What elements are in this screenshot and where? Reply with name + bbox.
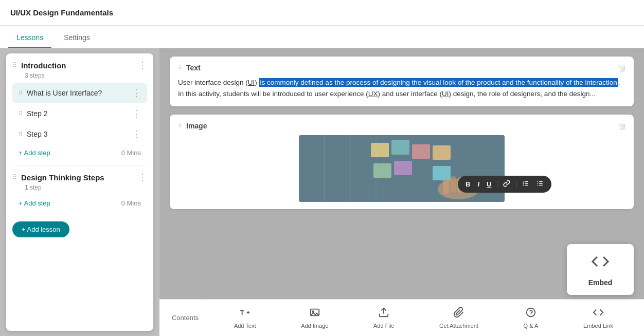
qa-label: Q & A <box>524 323 539 329</box>
svg-rect-3 <box>412 144 430 159</box>
highlight-process: is commonly defined as the process of de… <box>259 78 618 87</box>
embed-panel: Embed <box>567 244 634 295</box>
bold-button[interactable]: B <box>463 179 473 189</box>
tabs-bar: Lessons Settings <box>0 26 644 48</box>
embed-label: Embed <box>588 278 613 287</box>
get-attachment-action[interactable]: Get Attachment <box>433 303 485 333</box>
step-name-what-is-ui: What is User Interface? <box>27 89 102 97</box>
step-drag-icon-2: ⠿ <box>19 110 23 117</box>
link-button[interactable] <box>500 179 513 190</box>
block-type-image: Image <box>186 122 207 130</box>
get-attachment-icon <box>453 307 464 321</box>
sidebar: ⠿ Introduction ⋮ 3 steps ⠿ What is User … <box>0 48 159 336</box>
step-drag-icon: ⠿ <box>19 90 23 97</box>
block-type-text: Text <box>186 64 201 72</box>
add-step-row-design: + Add step 0 Mins <box>12 195 147 213</box>
ux-underline: UX <box>368 90 378 98</box>
add-file-action[interactable]: Add File <box>367 303 400 333</box>
svg-text:3: 3 <box>523 184 525 186</box>
toolbar-separator-2 <box>516 181 516 188</box>
step-more-icon-1[interactable]: ⋮ <box>132 109 141 118</box>
ordered-list-button[interactable]: 1 2 3 <box>520 179 532 190</box>
ui-underline-2: UI <box>442 90 449 98</box>
embed-link-label: Embed Link <box>583 323 613 329</box>
lesson-introduction: ⠿ Introduction ⋮ 3 steps ⠿ What is User … <box>6 53 153 165</box>
svg-point-22 <box>527 308 535 317</box>
add-image-label: Add Image <box>301 323 328 329</box>
app-title: UI/UX Design Fundamentals <box>10 8 113 17</box>
block-delete-text[interactable]: 🗑 <box>618 64 627 73</box>
svg-rect-7 <box>433 166 451 180</box>
step-item-step2[interactable]: ⠿ Step 2 ⋮ <box>12 104 147 123</box>
italic-button[interactable]: I <box>475 179 482 189</box>
embed-link-icon <box>593 307 604 321</box>
ui-underline: UI <box>248 79 255 86</box>
unordered-list-button[interactable] <box>534 179 546 190</box>
add-text-action[interactable]: T Add Text <box>228 303 262 333</box>
lesson-design-thinking-title: Design Thinking Steps <box>21 173 104 182</box>
add-image-action[interactable]: Add Image <box>295 303 334 333</box>
step-name-step2: Step 2 <box>27 109 47 118</box>
embed-icon <box>591 252 610 274</box>
drag-icon-2: ⠿ <box>12 174 17 181</box>
right-panel: ⠿ Text 🗑 User interface design (UI) is c… <box>159 48 644 336</box>
add-file-label: Add File <box>373 323 394 329</box>
add-text-icon: T <box>239 307 251 321</box>
get-attachment-label: Get Attachment <box>439 323 478 329</box>
svg-point-34 <box>538 181 539 182</box>
svg-rect-5 <box>394 161 412 175</box>
text-block-content[interactable]: User interface design (UI) is commonly d… <box>178 77 625 99</box>
block-delete-image[interactable]: 🗑 <box>618 122 627 131</box>
qa-action[interactable]: Q & A <box>517 303 545 333</box>
step-name-step3: Step 3 <box>27 130 47 138</box>
svg-point-36 <box>538 185 539 186</box>
step-more-icon-2[interactable]: ⋮ <box>132 129 141 139</box>
main-layout: ⠿ Introduction ⋮ 3 steps ⠿ What is User … <box>0 48 644 336</box>
add-text-label: Add Text <box>234 323 256 329</box>
lesson-design-thinking-steps-count: 1 step <box>25 184 147 191</box>
lesson-design-thinking-header: ⠿ Design Thinking Steps ⋮ <box>12 173 147 182</box>
lesson-introduction-steps-count: 3 steps <box>25 72 147 79</box>
mins-label-design: 0 Mins <box>121 199 141 207</box>
lesson-design-thinking-more-icon[interactable]: ⋮ <box>138 173 147 182</box>
toolbar-actions: T Add Text <box>207 303 640 333</box>
lesson-introduction-title: Introduction <box>21 61 66 70</box>
svg-rect-1 <box>371 143 389 157</box>
image-block-content <box>178 135 625 202</box>
svg-rect-6 <box>433 145 451 160</box>
bottom-toolbar: Contents T Add Text <box>159 299 644 336</box>
svg-text:T: T <box>240 309 244 316</box>
block-drag-icon-image: ⠿ <box>178 123 182 129</box>
step-item-step3[interactable]: ⠿ Step 3 ⋮ <box>12 124 147 144</box>
step-more-icon-0[interactable]: ⋮ <box>132 88 141 98</box>
step-drag-icon-3: ⠿ <box>19 131 23 138</box>
lesson-introduction-header: ⠿ Introduction ⋮ <box>12 61 147 70</box>
tab-settings[interactable]: Settings <box>56 28 98 48</box>
svg-rect-2 <box>391 140 409 155</box>
svg-point-20 <box>312 311 314 312</box>
add-file-icon <box>378 307 389 321</box>
text-content-block: ⠿ Text 🗑 User interface design (UI) is c… <box>170 57 634 106</box>
drag-icon: ⠿ <box>12 62 17 69</box>
step-item-what-is-ui[interactable]: ⠿ What is User Interface? ⋮ <box>12 83 147 103</box>
add-step-row-intro: + Add step 0 Mins <box>12 145 147 163</box>
add-step-button-design[interactable]: + Add step <box>19 199 50 207</box>
steps-list-introduction: ⠿ What is User Interface? ⋮ ⠿ Step 2 ⋮ <box>12 83 147 144</box>
floating-toolbar: B I U 1 2 3 <box>458 176 551 193</box>
top-bar: UI/UX Design Fundamentals <box>0 0 644 26</box>
add-lesson-button[interactable]: + Add lesson <box>12 221 69 237</box>
image-content-block: ⠿ Image 🗑 <box>170 115 634 209</box>
add-step-button-intro[interactable]: + Add step <box>19 149 50 157</box>
add-image-icon <box>309 307 320 321</box>
qa-icon <box>525 307 536 321</box>
svg-rect-10 <box>451 176 456 193</box>
underline-button[interactable]: U <box>484 179 494 189</box>
embed-link-action[interactable]: Embed Link <box>577 303 619 333</box>
tab-lessons[interactable]: Lessons <box>8 28 51 48</box>
add-lesson-area: + Add lesson <box>6 215 153 244</box>
svg-point-35 <box>538 183 539 184</box>
lesson-introduction-more-icon[interactable]: ⋮ <box>138 61 147 70</box>
lesson-design-thinking: ⠿ Design Thinking Steps ⋮ 1 step + Add s… <box>6 165 153 215</box>
block-drag-icon-text: ⠿ <box>178 65 182 71</box>
mins-label-intro: 0 Mins <box>121 149 141 157</box>
